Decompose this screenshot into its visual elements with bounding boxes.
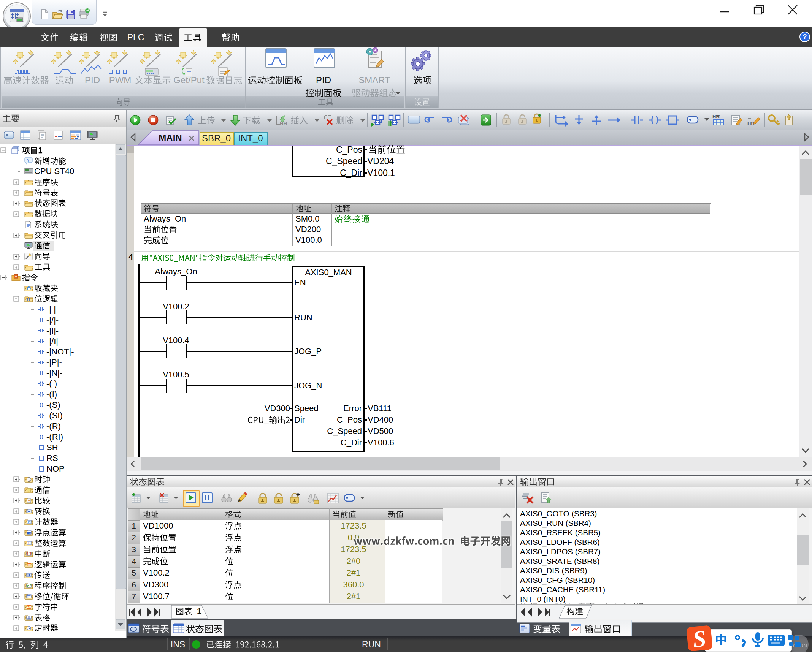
- svg-text:AB: AB: [27, 605, 31, 609]
- svg-text:IOI: IOI: [27, 563, 31, 567]
- svg-text:±R: ±R: [27, 531, 32, 535]
- svg-text:?: ?: [803, 33, 807, 41]
- svg-text:HH: HH: [280, 121, 287, 126]
- svg-text:S: S: [692, 625, 707, 652]
- svg-text:+1: +1: [27, 520, 31, 524]
- svg-text:±I: ±I: [28, 541, 30, 545]
- svg-text:?: ?: [27, 158, 29, 163]
- svg-text:HĦ: HĦ: [747, 120, 755, 126]
- svg-text:HĦ: HĦ: [712, 114, 720, 119]
